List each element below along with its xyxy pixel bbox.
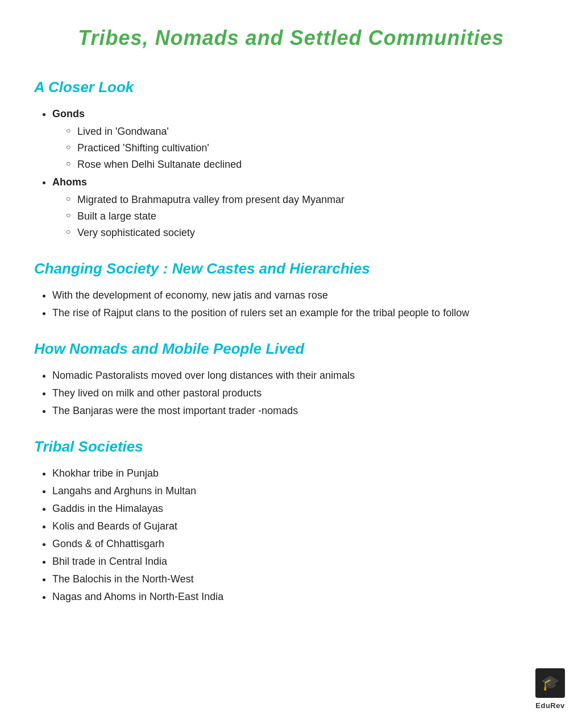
sub-list-item: Lived in 'Gondwana' [66,124,548,139]
list-item: The rise of Rajput clans to the position… [52,305,548,321]
list-item: Bhil trade in Central India [52,554,548,569]
list-item: The Balochis in the North-West [52,572,548,587]
section-heading-tribal-societies: Tribal Societies [34,436,548,458]
logo-icon [535,668,565,698]
list-item: Nomadic Pastoralists moved over long dis… [52,368,548,383]
list-item: Khokhar tribe in Punjab [52,466,548,481]
section-list-nomads: Nomadic Pastoralists moved over long dis… [34,368,548,419]
edurev-logo: EduRev [535,668,565,712]
sub-list: Migrated to Brahmaputra valley from pres… [52,192,548,241]
list-item: GondsLived in 'Gondwana'Practiced 'Shift… [52,106,548,172]
section-heading-nomads: How Nomads and Mobile People Lived [34,338,548,360]
section-changing-society: Changing Society : New Castes and Hierar… [34,258,548,321]
list-item: They lived on milk and other pastoral pr… [52,386,548,401]
list-item: With the development of economy, new jat… [52,288,548,303]
sub-list-item: Migrated to Brahmaputra valley from pres… [66,192,548,208]
list-item: Nagas and Ahoms in North-East India [52,589,548,605]
sub-list-item: Very sophisticated society [66,225,548,241]
sub-list-item: Practiced 'Shifting cultivation' [66,140,548,156]
sub-list-item: Built a large state [66,209,548,224]
sub-list-item: Rose when Delhi Sultanate declined [66,157,548,172]
logo-text: EduRev [535,700,564,712]
section-heading-changing-society: Changing Society : New Castes and Hierar… [34,258,548,280]
list-item: The Banjaras were the most important tra… [52,403,548,419]
list-item: Kolis and Beards of Gujarat [52,519,548,534]
list-item: AhomsMigrated to Brahmaputra valley from… [52,175,548,241]
sub-list: Lived in 'Gondwana'Practiced 'Shifting c… [52,124,548,172]
list-item: Gaddis in the Himalayas [52,501,548,516]
section-nomads: How Nomads and Mobile People LivedNomadi… [34,338,548,419]
page-title: Tribes, Nomads and Settled Communities [34,23,548,53]
section-tribal-societies: Tribal SocietiesKhokhar tribe in PunjabL… [34,436,548,605]
list-item: Langahs and Arghuns in Multan [52,483,548,499]
section-closer-look: A Closer LookGondsLived in 'Gondwana'Pra… [34,76,548,241]
list-item: Gonds & of Chhattisgarh [52,536,548,552]
section-list-tribal-societies: Khokhar tribe in PunjabLangahs and Arghu… [34,466,548,605]
section-list-closer-look: GondsLived in 'Gondwana'Practiced 'Shift… [34,106,548,241]
section-heading-closer-look: A Closer Look [34,76,548,98]
section-list-changing-society: With the development of economy, new jat… [34,288,548,321]
